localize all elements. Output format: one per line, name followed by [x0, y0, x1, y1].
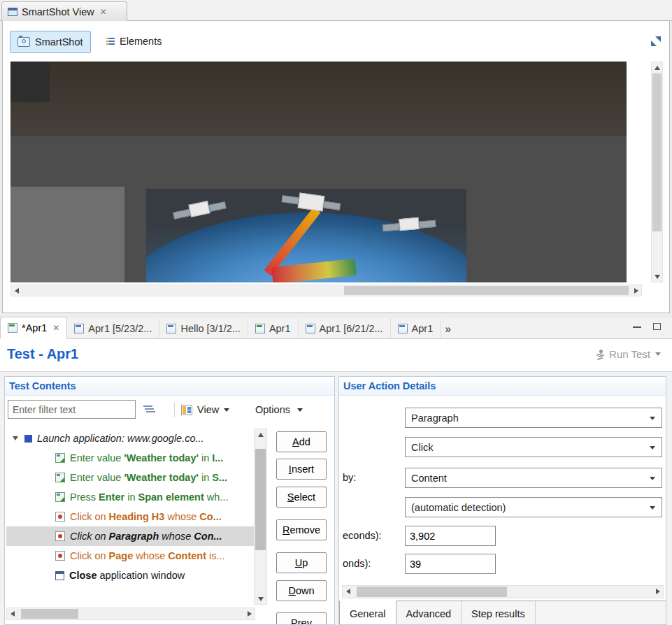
think-time-label: econds): [343, 530, 382, 541]
editor-tabbar: *Apr1 ✕ Apr1 [5/23/2... Hello [3/1/2... … [0, 318, 672, 339]
editor-tab-label: Apr1 [6/21/2... [320, 323, 383, 334]
filter-icon[interactable] [143, 405, 153, 413]
tree-step[interactable]: Enter value 'Weather today' in I... [6, 448, 254, 468]
close-icon[interactable]: ✕ [52, 323, 59, 333]
close-window-icon [55, 571, 64, 580]
scroll-right-icon[interactable] [652, 586, 663, 596]
tab-overflow-icon[interactable]: » [445, 323, 451, 336]
tree-step-label: Launch application: www.google.co... [37, 433, 204, 444]
insert-button[interactable]: Insert [276, 459, 327, 480]
editor-tab-apr1-3[interactable]: Apr1 [391, 318, 441, 338]
satellite-3 [399, 217, 419, 231]
scroll-left-icon[interactable] [7, 608, 17, 619]
editor-tab-label: Hello [3/1/2... [180, 323, 240, 334]
tree-step[interactable]: Click on Heading H3 whose Co... [6, 507, 254, 526]
prev-button[interactable]: Prev [276, 612, 327, 625]
remove-button[interactable]: Remove [276, 519, 327, 540]
horizontal-scroll-thumb[interactable] [21, 609, 78, 619]
smartshot-toggle-button[interactable]: SmartShot [10, 31, 91, 53]
tree-horizontal-scrollbar[interactable] [6, 608, 255, 620]
add-button[interactable]: Add [276, 431, 327, 452]
test-contents-panel: Test Contents View Options Launch applic… [4, 376, 335, 625]
smartshot-view-tab-label: SmartShot View [22, 6, 94, 17]
test-file-icon [8, 323, 17, 333]
editor-tab-apr1-2[interactable]: Apr1 [248, 318, 299, 338]
chevron-down-icon [297, 408, 303, 412]
user-action-details-panel: User Action Details Paragraph Click by: … [338, 376, 666, 625]
vertical-scroll-thumb[interactable] [255, 449, 266, 550]
down-button[interactable]: Down [276, 580, 327, 601]
button-mnemonic: A [292, 436, 299, 447]
tab-step-results[interactable]: Step results [462, 601, 536, 625]
editor-tab-apr1-log-2[interactable]: Apr1 [6/21/2... [299, 318, 391, 338]
scroll-up-icon[interactable] [652, 62, 662, 73]
maximize-icon[interactable] [653, 323, 661, 330]
scroll-down-icon[interactable] [652, 271, 662, 282]
think-time-input[interactable] [405, 526, 496, 546]
tree-step[interactable]: Launch application: www.google.co... [6, 429, 254, 448]
tree-step-label: Click on Heading H3 whose Co... [70, 511, 222, 522]
chevron-down-icon[interactable] [655, 352, 661, 356]
up-button[interactable]: Up [276, 552, 327, 573]
horizontal-scroll-thumb[interactable] [344, 286, 629, 295]
smartshot-view-tab[interactable]: SmartShot View ✕ [1, 1, 127, 21]
details-horizontal-scrollbar[interactable] [342, 585, 664, 598]
tree-step[interactable]: Enter value 'Weather today' in S... [6, 468, 254, 487]
detection-select[interactable]: (automatic detection) [405, 497, 662, 517]
scroll-down-icon[interactable] [255, 594, 266, 604]
vertical-scroll-thumb[interactable] [652, 73, 662, 231]
tree-vertical-scrollbar[interactable] [254, 429, 267, 605]
maximize-view-icon[interactable] [651, 36, 661, 46]
test-steps-tree: Launch application: www.google.co...Ente… [6, 429, 254, 605]
element-role-select[interactable]: Paragraph [405, 408, 662, 428]
detection-value: (automatic detection) [411, 502, 506, 513]
run-test-button[interactable]: Run Test [595, 348, 661, 360]
run-test-label: Run Test [609, 348, 650, 360]
test-contents-header: Test Contents [5, 377, 334, 396]
scroll-left-icon[interactable] [11, 285, 22, 296]
identify-by-select[interactable]: Content [405, 468, 662, 488]
select-button[interactable]: Select [276, 487, 327, 508]
log-file-icon [74, 324, 84, 333]
screenshot-canvas[interactable]: EATHER READY SPACE ANIMALS HEALTH SCIENC… [10, 62, 627, 282]
tree-step[interactable]: Press Enter in Span element wh... [6, 487, 254, 507]
scroll-right-icon[interactable] [631, 285, 641, 296]
scroll-right-icon[interactable] [244, 608, 255, 619]
editor-tab-apr1-log-1[interactable]: Apr1 [5/23/2... [67, 318, 159, 338]
webpage-side-block [10, 187, 124, 282]
webpage-logo-block [10, 62, 50, 102]
editor-tab-hello-log[interactable]: Hello [3/1/2... [159, 318, 248, 338]
editor-tab-label: Apr1 [412, 323, 434, 334]
scroll-up-icon[interactable] [255, 429, 266, 440]
filter-input[interactable] [8, 400, 136, 419]
webpage-body-area [10, 136, 627, 282]
tree-step-label: Enter value 'Weather today' in I... [70, 452, 223, 464]
screenshot-vertical-scrollbar[interactable] [651, 62, 663, 282]
button-mnemonic: U [295, 557, 302, 568]
tab-general[interactable]: General [339, 601, 396, 625]
tree-step[interactable]: Click on Page whose Content is... [6, 546, 254, 566]
timeout-input[interactable] [405, 554, 496, 574]
launch-step-icon [24, 435, 32, 443]
action-select[interactable]: Click [405, 437, 662, 457]
options-menu-button[interactable]: Options [255, 400, 303, 419]
editor-tab-apr1[interactable]: *Apr1 ✕ [0, 317, 67, 339]
scroll-left-icon[interactable] [343, 586, 353, 596]
elements-tab[interactable]: Elements [101, 31, 167, 52]
minimize-icon[interactable] [633, 326, 641, 328]
horizontal-scroll-thumb[interactable] [357, 587, 507, 597]
view-icon [181, 405, 192, 415]
screenshot-horizontal-scrollbar[interactable] [10, 285, 642, 296]
close-icon[interactable]: ✕ [100, 7, 107, 17]
tree-step[interactable]: Close application window [6, 566, 254, 585]
enter-value-icon [55, 453, 65, 463]
identify-by-value: Content [411, 473, 447, 484]
page-title: Test - Apr1 [7, 346, 78, 362]
test-contents-title: Test Contents [9, 380, 76, 391]
tree-step[interactable]: Click on Paragraph whose Con... [6, 526, 254, 546]
expander-icon[interactable] [6, 436, 24, 440]
smartshot-view-tabbar: SmartShot View ✕ [0, 0, 672, 21]
tab-advanced[interactable]: Advanced [396, 601, 462, 625]
view-menu-button[interactable]: View [181, 400, 229, 419]
editor-tab-label: *Apr1 [22, 322, 47, 333]
